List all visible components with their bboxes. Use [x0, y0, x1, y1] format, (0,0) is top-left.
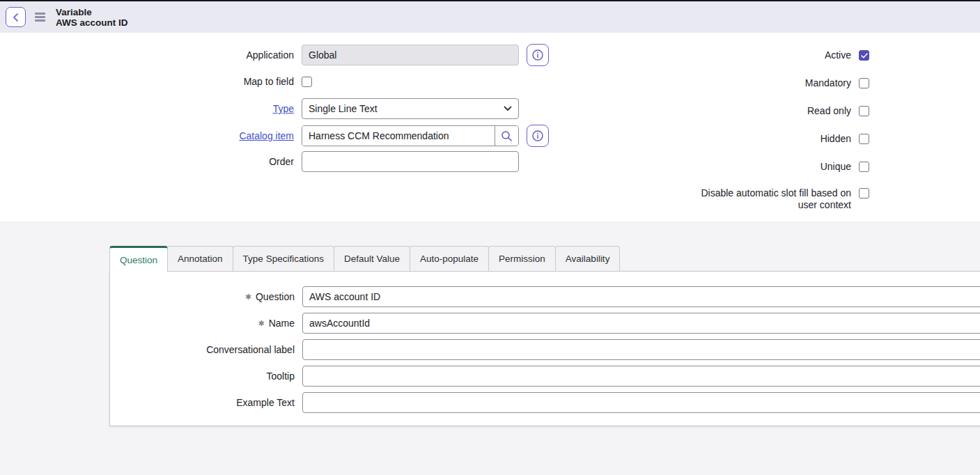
name-row: ✱ Name — [110, 313, 980, 334]
tab-availability[interactable]: Availability — [555, 246, 621, 271]
example-text-row: Example Text — [110, 392, 980, 413]
record-type-title: Variable — [56, 7, 128, 17]
name-input[interactable] — [302, 313, 980, 334]
disable-slot-fill-checkbox[interactable] — [859, 188, 869, 198]
mandatory-row: Mandatory — [680, 77, 869, 89]
map-to-field-row: Map to field — [0, 76, 312, 87]
catalog-item-group — [302, 125, 519, 146]
read-only-label: Read only — [680, 105, 851, 117]
chevron-left-icon — [12, 13, 20, 22]
record-name-title: AWS account ID — [56, 17, 128, 28]
map-to-field-checkbox[interactable] — [302, 77, 312, 87]
hidden-label: Hidden — [680, 133, 851, 145]
application-field[interactable] — [302, 45, 519, 65]
unique-row: Unique — [680, 161, 869, 173]
unique-checkbox[interactable] — [859, 162, 869, 172]
active-checkbox[interactable] — [859, 50, 869, 61]
tooltip-row: Tooltip — [110, 366, 980, 387]
tab-permission[interactable]: Permission — [488, 246, 556, 271]
tab-type-specifications[interactable]: Type Specifications — [233, 246, 334, 271]
tab-annotation[interactable]: Annotation — [167, 246, 233, 271]
context-menu-icon[interactable] — [35, 13, 45, 22]
catalog-item-info-button[interactable] — [527, 125, 549, 147]
read-only-row: Read only — [680, 105, 869, 117]
disable-slot-fill-label: Disable automatic slot fill based on use… — [680, 187, 851, 211]
disable-slot-fill-row: Disable automatic slot fill based on use… — [680, 187, 869, 211]
type-select-value: Single Line Text — [309, 103, 504, 114]
mandatory-indicator-icon: ✱ — [258, 320, 264, 327]
order-row: Order — [0, 151, 519, 172]
catalog-item-link[interactable]: Catalog item — [0, 130, 294, 141]
mandatory-label: Mandatory — [680, 77, 851, 89]
info-icon — [531, 49, 544, 61]
mandatory-indicator-icon: ✱ — [245, 293, 251, 301]
order-input[interactable] — [302, 151, 519, 172]
example-text-input[interactable] — [302, 392, 980, 413]
back-button[interactable] — [6, 7, 26, 27]
mandatory-checkbox[interactable] — [859, 78, 869, 88]
tab-default-value[interactable]: Default Value — [334, 246, 410, 271]
question-row: ✱ Question — [110, 286, 980, 307]
type-row: Type Single Line Text — [0, 98, 519, 119]
application-info-button[interactable] — [527, 44, 549, 66]
page-title: Variable AWS account ID — [56, 7, 128, 28]
tabs-section: Question Annotation Type Specifications … — [0, 221, 980, 426]
catalog-item-row: Catalog item — [0, 125, 549, 147]
order-label: Order — [0, 156, 294, 167]
name-label: ✱ Name — [110, 318, 295, 329]
conversational-label-label: Conversational label — [110, 344, 295, 355]
tab-auto-populate[interactable]: Auto-populate — [410, 246, 489, 271]
question-input[interactable] — [302, 286, 980, 307]
application-row: Application — [0, 44, 549, 66]
tab-strip: Question Annotation Type Specifications … — [109, 245, 980, 271]
active-label: Active — [680, 49, 851, 61]
unique-label: Unique — [680, 161, 851, 173]
map-to-field-label: Map to field — [0, 76, 294, 87]
read-only-checkbox[interactable] — [859, 106, 869, 116]
question-label: ✱ Question — [110, 291, 295, 302]
conversational-label-input[interactable] — [302, 339, 980, 360]
catalog-item-input[interactable] — [302, 126, 495, 146]
chevron-down-icon — [504, 106, 512, 111]
conversational-label-row: Conversational label — [110, 339, 980, 360]
example-text-label: Example Text — [110, 397, 295, 408]
catalog-item-search-button[interactable] — [495, 126, 518, 146]
tooltip-label: Tooltip — [110, 371, 295, 382]
info-icon — [531, 130, 544, 142]
variable-form: Application Map to field Type Single Lin… — [0, 33, 980, 221]
application-label: Application — [0, 49, 294, 61]
header-bar: Variable AWS account ID — [0, 1, 980, 33]
type-select[interactable]: Single Line Text — [302, 98, 519, 119]
tooltip-input[interactable] — [302, 366, 980, 387]
question-tab-panel: ✱ Question ✱ Name Conversational label T… — [109, 271, 980, 426]
search-icon — [501, 130, 513, 142]
active-row: Active — [680, 49, 869, 61]
check-icon — [861, 53, 868, 59]
hidden-row: Hidden — [680, 133, 869, 145]
tab-question[interactable]: Question — [109, 246, 168, 272]
type-link[interactable]: Type — [0, 103, 294, 114]
hidden-checkbox[interactable] — [859, 134, 869, 144]
